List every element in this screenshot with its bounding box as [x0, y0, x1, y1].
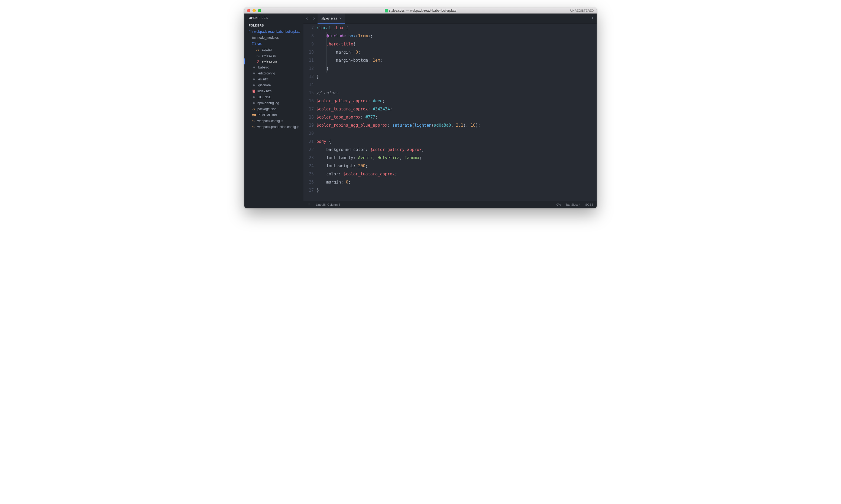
svg-text:JS: JS: [252, 120, 255, 123]
code-line[interactable]: margin-bottom: 1em;: [316, 56, 597, 65]
svg-text:{less}: {less}: [256, 55, 260, 57]
code-line[interactable]: body {: [316, 138, 597, 146]
line-number: 8: [304, 32, 314, 40]
line-number: 21: [304, 138, 314, 146]
sidebar-item--babelrc[interactable]: ✱.babelrc: [244, 65, 304, 70]
line-number: 12: [304, 65, 314, 73]
md-icon: M↓: [252, 113, 256, 117]
sidebar-item-styles-css[interactable]: {less}styles.css: [244, 53, 304, 58]
line-number: 11: [304, 56, 314, 65]
sidebar-item-webpack-config-js[interactable]: JSwebpack.config.js: [244, 118, 304, 124]
sidebar-item-label: LICENSE: [257, 95, 271, 99]
sidebar-item-node_modules[interactable]: node_modules: [244, 35, 304, 41]
status-position[interactable]: Line 28, Column 4: [316, 203, 340, 206]
code-line[interactable]: color: $color_tuatara_approx;: [316, 170, 597, 178]
line-number: 17: [304, 105, 314, 113]
line-gutter: 789101112131415161718192021222324252627: [304, 24, 316, 201]
sidebar-item-app-jsx[interactable]: JSapp.jsx: [244, 47, 304, 53]
code-line[interactable]: @include box(1rem);: [316, 32, 597, 40]
titlebar[interactable]: styles.scss — webpack-react-babel-boiler…: [244, 7, 597, 14]
sidebar-item-npm-debug-log[interactable]: ✱npm-debug.log: [244, 100, 304, 106]
code-line[interactable]: }: [316, 73, 597, 81]
sidebar-item--gitignore[interactable]: ✱.gitignore: [244, 82, 304, 88]
sidebar-item--editorconfig[interactable]: ✱.editorconfig: [244, 70, 304, 76]
close-tab-icon[interactable]: ×: [339, 16, 341, 21]
sidebar-item-styles-scss[interactable]: styles.scss: [244, 58, 304, 65]
sidebar-item-label: styles.css: [262, 54, 276, 57]
sidebar-item-label: webpack.config.js: [257, 119, 283, 123]
code-line[interactable]: font-weight: 200;: [316, 162, 597, 170]
sidebar-root-label: webpack-react-babel-boilerplate: [254, 30, 301, 34]
asterisk-icon: ✱: [252, 71, 256, 75]
status-percent: 0%: [556, 203, 561, 206]
code-line[interactable]: [316, 129, 597, 138]
svg-point-15: [592, 18, 593, 19]
sidebar-item-README-md[interactable]: M↓README.md: [244, 112, 304, 118]
code-line[interactable]: margin: 0;: [316, 178, 597, 186]
tab-label: styles.scss: [321, 17, 337, 20]
svg-point-17: [309, 203, 309, 203]
sidebar-item-package-json[interactable]: {}package.json: [244, 106, 304, 112]
sidebar-item-label: app.jsx: [262, 48, 272, 51]
sidebar: OPEN FILES FOLDERS webpack-react-babel-b…: [244, 14, 304, 208]
tab-overflow-button[interactable]: [588, 14, 597, 23]
code-line[interactable]: $color_tapa_approx: #777;: [316, 113, 597, 121]
sidebar-item-label: .editorconfig: [257, 71, 275, 75]
sidebar-item-LICENSE[interactable]: ✱LICENSE: [244, 94, 304, 100]
code-line[interactable]: }: [316, 65, 597, 73]
status-syntax[interactable]: SCSS: [585, 203, 594, 206]
asterisk-icon: ✱: [252, 77, 256, 81]
sidebar-item-label: .eslintrc: [257, 77, 269, 81]
close-icon[interactable]: [247, 9, 250, 12]
code-line[interactable]: margin: 0;: [316, 48, 597, 56]
code-line[interactable]: :local .box {: [316, 24, 597, 32]
sidebar-item-label: README.md: [257, 113, 277, 117]
code-line[interactable]: }: [316, 186, 597, 194]
title-filename: styles.scss: [389, 9, 405, 13]
code-line[interactable]: // colors: [316, 89, 597, 97]
tab-bar: styles.scss ×: [304, 14, 597, 24]
open-files-header: OPEN FILES: [244, 14, 304, 21]
svg-point-19: [309, 205, 309, 206]
svg-text:✱: ✱: [253, 101, 256, 105]
folder-icon: [252, 36, 256, 39]
code-content[interactable]: :local .box { @include box(1rem); .hero-…: [316, 24, 597, 201]
asterisk-icon: ✱: [252, 83, 256, 87]
js-icon: JS: [252, 119, 256, 123]
svg-text:✱: ✱: [253, 66, 256, 69]
line-number: 27: [304, 186, 314, 194]
code-line[interactable]: .hero-title{: [316, 40, 597, 48]
code-line[interactable]: $color_tuatara_approx: #343434;: [316, 105, 597, 113]
code-line[interactable]: [316, 81, 597, 89]
sidebar-item-index-html[interactable]: 5index.html: [244, 88, 304, 94]
json-icon: {}: [252, 107, 256, 111]
unregistered-label: UNREGISTERED: [570, 9, 594, 12]
code-line[interactable]: $color_gallery_approx: #eee;: [316, 97, 597, 105]
sidebar-item-src[interactable]: src: [244, 41, 304, 47]
line-number: 7: [304, 24, 314, 32]
nav-back-button[interactable]: [304, 14, 310, 23]
sidebar-item-webpack-production-config-js[interactable]: JSwebpack.production.config.js: [244, 124, 304, 130]
sidebar-item-label: index.html: [257, 89, 272, 93]
svg-point-18: [309, 204, 309, 205]
asterisk-icon: ✱: [252, 95, 256, 99]
status-tab-size[interactable]: Tab Size: 4: [566, 203, 580, 206]
maximize-icon[interactable]: [258, 9, 261, 12]
svg-text:{}: {}: [252, 108, 255, 111]
scss-icon: [256, 59, 260, 63]
status-menu-button[interactable]: [307, 203, 311, 206]
line-number: 16: [304, 97, 314, 105]
code-line[interactable]: background-color: $color_gallery_approx;: [316, 146, 597, 154]
code-editor[interactable]: 789101112131415161718192021222324252627 …: [304, 24, 597, 201]
line-number: 25: [304, 170, 314, 178]
code-line[interactable]: font-family: Avenir, Helvetica, Tahoma;: [316, 154, 597, 162]
nav-forward-button[interactable]: [310, 14, 317, 23]
sidebar-root[interactable]: webpack-react-babel-boilerplate: [244, 29, 304, 35]
sidebar-item--eslintrc[interactable]: ✱.eslintrc: [244, 76, 304, 82]
minimize-icon[interactable]: [253, 9, 256, 12]
title-separator: —: [406, 9, 409, 13]
line-number: 23: [304, 154, 314, 162]
folder-open-icon: [249, 30, 253, 34]
tab-styles-scss[interactable]: styles.scss ×: [317, 14, 345, 23]
code-line[interactable]: $color_robins_egg_blue_approx: saturate(…: [316, 121, 597, 129]
